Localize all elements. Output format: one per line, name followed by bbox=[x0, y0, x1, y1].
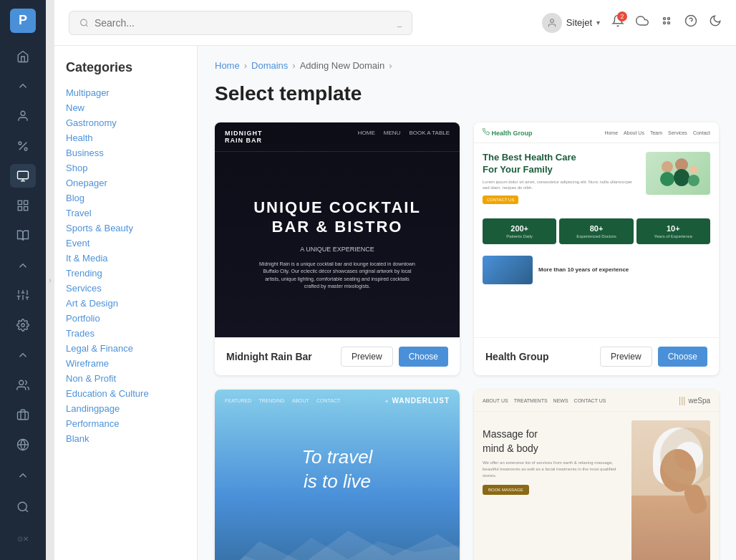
category-health[interactable]: Health bbox=[66, 130, 185, 145]
health-nav: Health Group Home About Us Team Services… bbox=[474, 122, 719, 143]
health-bottom: More than 10 years of experience bbox=[474, 250, 719, 290]
category-art-design[interactable]: Art & Design bbox=[66, 296, 185, 311]
travel-landscape bbox=[215, 527, 460, 560]
sidebar-logo[interactable]: P bbox=[10, 9, 36, 33]
sidebar-item-sliders[interactable] bbox=[10, 284, 36, 308]
categories-panel: Categories Multipager New Gastronomy Hea… bbox=[54, 46, 198, 560]
sidebar-item-wordpress[interactable] bbox=[10, 433, 36, 457]
svg-point-21 bbox=[19, 380, 24, 385]
sidebar-item-search[interactable] bbox=[10, 494, 36, 520]
health-nav-contact: Contact bbox=[693, 130, 710, 135]
health-nav-about: About Us bbox=[624, 130, 644, 135]
sidebar-item-chevron-up[interactable] bbox=[10, 74, 36, 98]
sidebar-item-home[interactable] bbox=[10, 44, 36, 69]
categories-title: Categories bbox=[66, 60, 185, 75]
sidebar-item-users[interactable] bbox=[10, 373, 36, 397]
health-contact-button[interactable]: CONTACT US bbox=[483, 195, 518, 204]
content-area: Categories Multipager New Gastronomy Hea… bbox=[54, 46, 736, 560]
sidebar-item-settings[interactable] bbox=[10, 313, 36, 337]
notification-bell[interactable]: 2 bbox=[611, 14, 624, 31]
template-card-travel: FEATURED TRENDING ABOUT CONTACT ✦ WANDER… bbox=[215, 390, 460, 560]
svg-rect-22 bbox=[18, 412, 29, 420]
dark-mode-icon[interactable] bbox=[709, 14, 722, 31]
health-nav-home: Home bbox=[604, 130, 618, 135]
sidebar-item-package[interactable] bbox=[10, 403, 36, 428]
search-input[interactable] bbox=[95, 17, 392, 29]
help-icon[interactable] bbox=[684, 14, 697, 31]
health-card-footer: Health Group Preview Choose bbox=[474, 337, 719, 375]
category-education-culture[interactable]: Education & Culture bbox=[66, 386, 185, 401]
sidebar-item-user[interactable] bbox=[10, 104, 36, 128]
travel-logo: ✦ WANDERLUST bbox=[384, 397, 450, 405]
spa-nav-about: ABOUT US bbox=[483, 398, 508, 403]
category-blank[interactable]: Blank bbox=[66, 431, 185, 446]
breadcrumb-domains[interactable]: Domains bbox=[251, 60, 288, 71]
breadcrumb-sep2: › bbox=[292, 60, 295, 71]
sidebar-expand-handle[interactable]: › bbox=[46, 0, 54, 560]
category-wireframe[interactable]: Wireframe bbox=[66, 356, 185, 371]
spa-logo-text: weSpa bbox=[688, 397, 710, 405]
travel-content: To travelis to live bbox=[215, 412, 460, 527]
search-underscore: _ bbox=[397, 19, 402, 27]
sidebar-item-chevron-up4[interactable] bbox=[10, 463, 36, 488]
sidebar-item-power[interactable]: ⊙✕ bbox=[10, 526, 36, 551]
spa-nav-links: ABOUT US TREATMENTS NEWS CONTACT US bbox=[483, 398, 606, 403]
spa-heading: Massage formind & body bbox=[483, 428, 624, 455]
category-landingpage[interactable]: Landingpage bbox=[66, 401, 185, 416]
cloud-icon[interactable] bbox=[636, 14, 649, 31]
sidebar-item-grid[interactable] bbox=[10, 193, 36, 218]
spa-book-button[interactable]: BOOK MASSAGE bbox=[483, 485, 529, 495]
category-non-profit[interactable]: Non & Profit bbox=[66, 371, 185, 386]
category-event[interactable]: Event bbox=[66, 236, 185, 251]
search-box[interactable]: _ bbox=[69, 11, 412, 35]
category-blog[interactable]: Blog bbox=[66, 190, 185, 206]
health-card-name: Health Group bbox=[485, 351, 549, 362]
svg-point-30 bbox=[668, 18, 670, 20]
category-trades[interactable]: Trades bbox=[66, 326, 185, 341]
category-gastronomy[interactable]: Gastronomy bbox=[66, 115, 185, 130]
sidebar-item-monitor[interactable] bbox=[10, 164, 36, 188]
template-preview-spa[interactable]: ABOUT US TREATMENTS NEWS CONTACT US ||| … bbox=[474, 390, 719, 560]
health-choose-button[interactable]: Choose bbox=[658, 347, 707, 367]
category-legal-finance[interactable]: Legal & Finance bbox=[66, 341, 185, 356]
category-trending[interactable]: Trending bbox=[66, 266, 185, 281]
health-stat-num-1: 80+ bbox=[563, 224, 629, 233]
category-it-media[interactable]: It & Media bbox=[66, 251, 185, 266]
template-preview-travel[interactable]: FEATURED TRENDING ABOUT CONTACT ✦ WANDER… bbox=[215, 390, 460, 560]
sidebar-item-percent[interactable] bbox=[10, 134, 36, 158]
category-shop[interactable]: Shop bbox=[66, 160, 185, 175]
travel-nav-about: ABOUT bbox=[292, 398, 309, 403]
spa-logo-bars: ||| bbox=[679, 395, 685, 405]
category-services[interactable]: Services bbox=[66, 281, 185, 296]
category-onepager[interactable]: Onepager bbox=[66, 175, 185, 190]
sidebar-item-chevron-up2[interactable] bbox=[10, 254, 36, 278]
sidebar-item-book[interactable] bbox=[10, 223, 36, 248]
category-travel[interactable]: Travel bbox=[66, 206, 185, 221]
user-dropdown-arrow: ▾ bbox=[596, 19, 600, 26]
category-portfolio[interactable]: Portfolio bbox=[66, 311, 185, 326]
category-sports-beauty[interactable]: Sports & Beauty bbox=[66, 221, 185, 236]
svg-line-1 bbox=[19, 143, 27, 150]
user-info[interactable]: Sitejet ▾ bbox=[542, 13, 600, 33]
spa-text: Massage formind & body We offer an exten… bbox=[483, 420, 624, 560]
breadcrumb: Home › Domains › Adding New Domain › bbox=[215, 60, 719, 71]
template-preview-health[interactable]: Health Group Home About Us Team Services… bbox=[474, 122, 719, 337]
sidebar-item-chevron-up3[interactable] bbox=[10, 343, 36, 367]
breadcrumb-home[interactable]: Home bbox=[215, 60, 240, 71]
health-stat-num-2: 10+ bbox=[641, 224, 706, 233]
midnight-preview-button[interactable]: Preview bbox=[341, 347, 393, 367]
health-preview-button[interactable]: Preview bbox=[600, 347, 652, 367]
midnight-choose-button[interactable]: Choose bbox=[399, 347, 448, 367]
category-multipager[interactable]: Multipager bbox=[66, 85, 185, 100]
svg-point-39 bbox=[689, 165, 698, 174]
apps-icon[interactable] bbox=[660, 14, 673, 31]
travel-nav-contact: CONTACT bbox=[316, 398, 340, 403]
category-performance[interactable]: Performance bbox=[66, 416, 185, 431]
template-preview-midnight[interactable]: MIDNIGHTRAIN BAR HOME MENU BOOK A TABLE … bbox=[215, 122, 460, 337]
category-business[interactable]: Business bbox=[66, 145, 185, 160]
midnight-title: UNIQUE COCKTAILBAR & BISTRO bbox=[253, 198, 421, 236]
breadcrumb-sep3: › bbox=[389, 60, 392, 71]
template-card-midnight: MIDNIGHTRAIN BAR HOME MENU BOOK A TABLE … bbox=[215, 122, 460, 375]
midnight-nav: MIDNIGHTRAIN BAR HOME MENU BOOK A TABLE bbox=[215, 122, 460, 152]
category-new[interactable]: New bbox=[66, 100, 185, 115]
